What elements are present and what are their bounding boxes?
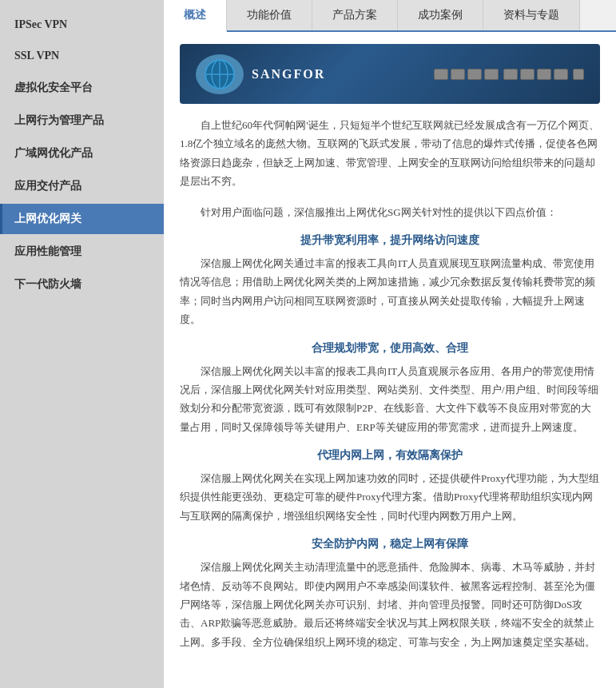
section-body-2: 深信服上网优化网关以丰富的报表工具向IT人员直观展示各应用、各用户的带宽使用情况…	[180, 362, 600, 437]
sidebar-item-behavior-management[interactable]: 上网行为管理产品	[0, 105, 164, 136]
sidebar-item-performance-management[interactable]: 应用性能管理	[0, 237, 164, 267]
port-3	[467, 69, 482, 80]
port-6	[520, 69, 535, 80]
section-body-3: 深信服上网优化网关在实现上网加速功效的同时，还提供硬件Proxy代理功能，为大型…	[180, 469, 600, 525]
content-area: SANGFOR 自上世纪60年代'阿帕网'诞生，只短短半个世纪互联网就已经发	[164, 32, 616, 688]
section-body-4: 深信服上网优化网关主动清理流量中的恶意插件、危险脚本、病毒、木马等威胁，并封堵色…	[180, 558, 600, 651]
product-brand: SANGFOR	[252, 67, 325, 82]
tab-resources[interactable]: 资料与专题	[483, 0, 580, 30]
sidebar-item-ipsec-vpn[interactable]: IPSec VPN	[0, 10, 164, 39]
sidebar-item-wan-optimization[interactable]: 广域网优化产品	[0, 138, 164, 169]
port-7	[537, 69, 551, 80]
intro-paragraph-1: 自上世纪60年代'阿帕网'诞生，只短短半个世纪互联网就已经发展成含有一万亿个网页…	[180, 116, 600, 191]
sidebar-item-next-gen-firewall[interactable]: 下一代防火墙	[0, 269, 164, 300]
port-8	[554, 69, 568, 80]
sidebar-item-ssl-vpn[interactable]: SSL VPN	[0, 42, 164, 70]
port-2	[451, 69, 465, 80]
tab-cases[interactable]: 成功案例	[398, 0, 483, 30]
product-logo	[196, 54, 244, 94]
tab-solutions[interactable]: 产品方案	[312, 0, 398, 30]
section-title-3: 代理内网上网，有效隔离保护	[180, 448, 600, 463]
sidebar-item-internet-gateway[interactable]: 上网优化网关	[0, 204, 164, 234]
tab-bar: 概述 功能价值 产品方案 成功案例 资料与专题	[164, 0, 616, 32]
tab-overview[interactable]: 概述	[164, 0, 227, 32]
intro-paragraph-2: 针对用户面临问题，深信服推出上网优化SG网关针对性的提供以下四点价值：	[180, 203, 600, 221]
section-title-4: 安全防护内网，稳定上网有保障	[180, 537, 600, 551]
port-1	[434, 69, 448, 80]
port-4	[484, 69, 499, 80]
sidebar: IPSec VPN SSL VPN 虚拟化安全平台 上网行为管理产品 广域网优化…	[0, 0, 164, 688]
port-single	[573, 69, 584, 80]
product-ports	[434, 69, 584, 80]
tab-features[interactable]: 功能价值	[227, 0, 312, 30]
awards-section: ccid 中国计算机报 年度评选 中国计算机报 编辑选择奖之创新技术	[180, 675, 600, 688]
section-title-2: 合理规划带宽，使用高效、合理	[180, 341, 600, 356]
section-body-1: 深信服上网优化网关通过丰富的报表工具向IT人员直观展现互联网流量构成、带宽使用情…	[180, 254, 600, 329]
section-title-1: 提升带宽利用率，提升网络访问速度	[180, 233, 600, 248]
sidebar-item-app-delivery[interactable]: 应用交付产品	[0, 171, 164, 201]
product-image: SANGFOR	[180, 44, 600, 104]
port-5	[503, 69, 518, 80]
sidebar-item-virtual-security[interactable]: 虚拟化安全平台	[0, 73, 164, 103]
main-content: 概述 功能价值 产品方案 成功案例 资料与专题 SANGFOR	[164, 0, 616, 688]
